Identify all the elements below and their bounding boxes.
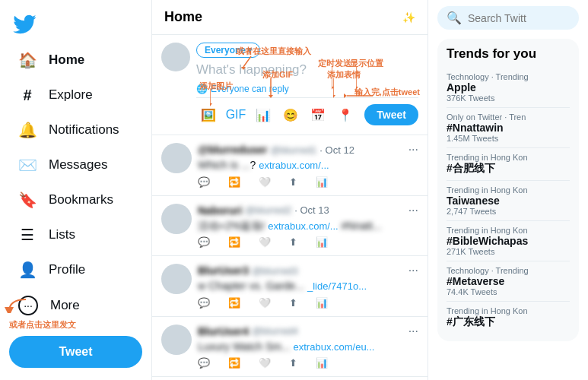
nav-item-explore[interactable]: # Explore (6, 78, 145, 112)
tweet-time-1: · Oct 12 (319, 144, 354, 156)
stats-action-4[interactable]: 📊 (316, 357, 328, 369)
trends-box: Trends for you Technology · Trending App… (437, 39, 579, 341)
share-action-2[interactable]: ⬆ (289, 236, 297, 248)
trend-category: Trending in Hong Kon (447, 185, 570, 195)
trend-item[interactable]: Technology · Trending Apple 376K Tweets (447, 68, 570, 108)
retweet-action-3[interactable]: 🔁 (228, 297, 240, 309)
tweet-link-2[interactable]: extrabux.com/... (268, 220, 338, 232)
compose-inner: Everyone ▾ What's happening? 🌐 Everyone … (152, 35, 427, 135)
tweet-text-1: Which is ...? extrabux.com/... (198, 158, 418, 173)
like-action-2[interactable]: 🤍 (259, 236, 271, 248)
trend-tweets: 74.4K Tweets (447, 287, 570, 296)
stats-action-2[interactable]: 📊 (316, 236, 328, 248)
trend-tweets: 376K Tweets (447, 93, 570, 103)
tweet-more-3[interactable]: ··· (408, 264, 418, 277)
compose-placeholder[interactable]: What's happening? (196, 61, 418, 82)
user-avatar (161, 43, 190, 71)
sidebar: 🏠 Home # Explore 🔔 Notifications ✉️ Mess… (0, 0, 152, 380)
main-wrapper: Home ✨ Everyone ▾ What's happening? 🌐 Ev… (152, 0, 588, 380)
trend-item[interactable]: Trending in Hong Kon #BibleWichapas 271K… (447, 221, 570, 261)
trend-category: Trending in Hong Kon (447, 153, 570, 162)
person-icon: 👤 (18, 261, 37, 279)
compose-tweet-button[interactable]: Tweet (364, 104, 418, 125)
envelope-icon: ✉️ (18, 156, 37, 174)
tweet-link-1[interactable]: extrabux.com/... (259, 160, 329, 171)
nav-label-messages: Messages (49, 157, 107, 173)
tweet-actions-1: 💬 🔁 🤍 ⬆ 📊 (198, 176, 418, 188)
emoji-btn[interactable]: 😊 (278, 103, 303, 127)
share-action-3[interactable]: ⬆ (289, 297, 297, 309)
trend-category: Trending in Hong Kon (447, 226, 570, 235)
reply-action-3[interactable]: 💬 (198, 297, 210, 309)
tweet-more-2[interactable]: ··· (408, 204, 418, 217)
nav-item-more[interactable]: ··· More (6, 288, 145, 323)
nav-item-notifications[interactable]: 🔔 Notifications (6, 113, 145, 147)
page-title: Home (164, 9, 202, 25)
compose-top: Everyone ▾ What's happening? 🌐 Everyone … (161, 43, 418, 127)
like-action-4[interactable]: 🤍 (259, 357, 271, 369)
tweet-link-4[interactable]: extrabux.com/eu... (294, 341, 375, 353)
compose-area: Everyone ▾ What's happening? 🌐 Everyone … (152, 35, 427, 135)
reply-action-2[interactable]: 💬 (198, 236, 210, 248)
retweet-action-2[interactable]: 🔁 (228, 236, 240, 248)
tweet-more-4[interactable]: ··· (408, 325, 418, 338)
nav-item-profile[interactable]: 👤 Profile (6, 253, 145, 287)
everyone-reply-text: Everyone can reply (211, 84, 289, 94)
tweet-body-4: BlurUser4 @blurred4 ··· Luxury Watch Sm.… (198, 325, 418, 369)
nav-item-bookmarks[interactable]: 🔖 Bookmarks (6, 183, 145, 217)
main-feed: Home ✨ Everyone ▾ What's happening? 🌐 Ev… (152, 0, 428, 380)
trend-name: #广东线下 (447, 315, 570, 329)
tweet-more-1[interactable]: ··· (408, 143, 418, 157)
trend-item[interactable]: Technology · Trending #Metaverse 74.4K T… (447, 261, 570, 302)
tweet-button[interactable]: Tweet (9, 336, 142, 368)
trend-item[interactable]: Only on Twitter · Tren #Nnattawin 1.45M … (447, 108, 570, 148)
trend-item[interactable]: Trending in Hong Kon #广东线下 (447, 302, 570, 334)
like-action-1[interactable]: 🤍 (259, 176, 271, 188)
nav-label-notifications: Notifications (49, 122, 119, 138)
share-action-4[interactable]: ⬆ (289, 357, 297, 369)
add-gif-btn[interactable]: GIF (224, 103, 248, 127)
retweet-action-1[interactable]: 🔁 (228, 176, 240, 188)
more-nav-wrapper: ··· More 或者点击这里发文 (0, 287, 151, 324)
schedule-btn[interactable]: 📅 (306, 103, 330, 127)
compose-actions: 🖼️ GIF 📊 😊 📅 📍 Tweet (196, 97, 418, 127)
add-image-btn[interactable]: 🖼️ (196, 103, 221, 127)
tweet-name-4: BlurUser4 (198, 325, 249, 337)
tweet-avatar-2 (161, 204, 192, 234)
tweet-body-1: @blurreduser @blurred1 · Oct 12 ··· Whic… (198, 143, 418, 188)
audience-selector[interactable]: Everyone ▾ (196, 43, 260, 58)
trends-title: Trends for you (447, 46, 570, 62)
trend-item[interactable]: Trending in Hong Kon Taiwanese 2,747 Twe… (447, 181, 570, 221)
trend-item[interactable]: Trending in Hong Kon #合肥线下 (447, 148, 570, 181)
tweet-handle-1: @blurred1 (270, 144, 316, 156)
nav-label-home: Home (49, 52, 84, 68)
tweet-header-2: Naboruri @blurred2 · Oct 13 ··· (198, 204, 418, 217)
stats-action-3[interactable]: 📊 (316, 297, 328, 309)
reply-action-1[interactable]: 💬 (198, 176, 210, 188)
search-input[interactable] (468, 12, 570, 24)
search-bar[interactable]: 🔍 (437, 6, 579, 30)
tweet-link-3[interactable]: _lide/7471o... (307, 280, 367, 292)
poll-btn[interactable]: 📊 (251, 103, 275, 127)
share-action-1[interactable]: ⬆ (289, 176, 297, 188)
tweet-actions-3: 💬 🔁 🤍 ⬆ 📊 (198, 297, 418, 309)
bookmark-icon: 🔖 (18, 191, 37, 209)
nav-item-home[interactable]: 🏠 Home (6, 43, 145, 77)
globe-icon: 🌐 (196, 84, 208, 94)
sparkle-icon[interactable]: ✨ (402, 11, 415, 24)
location-btn[interactable]: 📍 (333, 103, 358, 127)
tweet-header-4: BlurUser4 @blurred4 ··· (198, 325, 418, 338)
trend-category: Technology · Trending (447, 72, 570, 81)
reply-action-4[interactable]: 💬 (198, 357, 210, 369)
like-action-3[interactable]: 🤍 (259, 297, 271, 309)
stats-action-1[interactable]: 📊 (316, 176, 328, 188)
tweet-body-3: BlurUser3 @blurred3 ··· w Chapter vs. Ga… (198, 264, 418, 309)
twitter-logo[interactable] (0, 6, 151, 43)
nav-item-lists[interactable]: ☰ Lists (6, 218, 145, 252)
retweet-action-4[interactable]: 🔁 (228, 357, 240, 369)
trend-tweets: 1.45M Tweets (447, 134, 570, 143)
tweet-handle-4: @blurred4 (252, 325, 298, 337)
home-icon: 🏠 (18, 51, 37, 69)
nav-label-profile: Profile (49, 262, 85, 277)
nav-item-messages[interactable]: ✉️ Messages (6, 148, 145, 182)
